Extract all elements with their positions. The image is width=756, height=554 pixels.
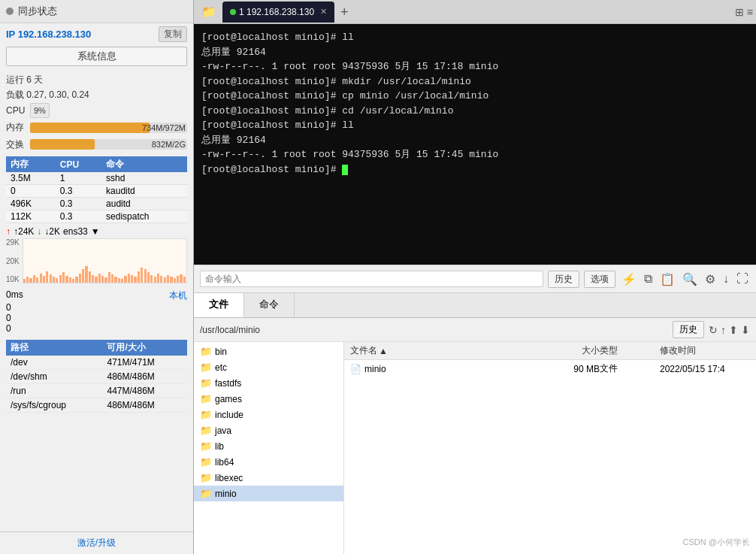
- list-item[interactable]: 📁libexec: [194, 470, 343, 486]
- grid-view-icon[interactable]: ⊞: [735, 6, 744, 18]
- terminal-line: [root@localhost minio]# cp minio /usr/lo…: [201, 89, 748, 104]
- net-bar: [144, 269, 147, 283]
- folder-icon: 📁: [200, 377, 212, 389]
- history-button[interactable]: 历史: [548, 271, 579, 288]
- tab-close-icon[interactable]: ✕: [320, 7, 327, 17]
- col-type[interactable]: 类型: [600, 344, 660, 357]
- list-item[interactable]: 📁etc: [194, 359, 343, 375]
- file-type: 文件: [600, 362, 660, 375]
- list-item[interactable]: 📁include: [194, 407, 343, 422]
- disk-path: /sys/fs/cgroup: [6, 398, 102, 413]
- net-bar: [174, 278, 176, 283]
- net-bar: [33, 275, 35, 283]
- swap-val: 832M/2G: [152, 139, 186, 150]
- col-size[interactable]: 大小: [540, 344, 600, 357]
- file-history-button[interactable]: 历史: [673, 321, 704, 338]
- file-icon: 📄: [350, 364, 361, 374]
- net-bar: [104, 277, 107, 283]
- cpu-label: CPU: [6, 103, 27, 118]
- tab-add-button[interactable]: +: [336, 5, 353, 19]
- list-view-icon[interactable]: ≡: [747, 6, 753, 18]
- folder-icon: 📁: [200, 362, 212, 373]
- download-val: ↓2K: [44, 226, 60, 237]
- net-bar: [69, 277, 71, 283]
- ip-address: IP 192.168.238.130: [6, 29, 91, 40]
- sys-info-button[interactable]: 系统信息: [6, 47, 187, 66]
- paste-terminal-icon[interactable]: 📋: [658, 272, 676, 286]
- file-cmd-tabs: 文件 命令: [194, 293, 756, 318]
- fullscreen-terminal-icon[interactable]: ⛶: [735, 272, 750, 286]
- net-bar: [141, 268, 143, 283]
- proc-cpu: 1: [56, 172, 101, 185]
- net-bar: [128, 274, 130, 283]
- search-terminal-icon[interactable]: 🔍: [681, 272, 699, 286]
- folder-icon: 📁: [200, 393, 212, 404]
- disk-avail: 486M/486M: [102, 370, 187, 384]
- cmd-tab[interactable]: 命令: [244, 293, 295, 317]
- up-dir-icon[interactable]: ↑: [721, 324, 726, 336]
- tree-item-label: fastdfs: [215, 378, 241, 389]
- table-row: 00.3kauditd: [6, 185, 187, 198]
- tree-item-label: libexec: [215, 473, 243, 483]
- list-item[interactable]: 📁fastdfs: [194, 375, 343, 391]
- list-item[interactable]: 📁games: [194, 391, 343, 407]
- disk-path: /dev/shm: [6, 370, 102, 384]
- folder-icon[interactable]: 📁: [197, 2, 221, 22]
- net-bar: [167, 275, 169, 283]
- net-bar: [89, 271, 91, 283]
- option-button[interactable]: 选项: [584, 271, 615, 288]
- file-browser-body: 📁bin📁etc📁fastdfs📁games📁include📁java📁lib📁…: [194, 342, 756, 554]
- terminal-output: [root@localhost minio]# ll总用量 92164-rw-r…: [194, 24, 756, 265]
- swap-bar-bg: 832M/2G: [30, 139, 187, 150]
- file-time: 2022/05/15 17:4: [660, 364, 750, 374]
- swap-bar-fill: [30, 139, 95, 150]
- col-name[interactable]: 文件名 ▲: [350, 344, 540, 357]
- copy-terminal-icon[interactable]: ⧉: [643, 272, 654, 286]
- mem-bar-fill: [30, 123, 150, 133]
- proc-cmd: auditd: [101, 198, 187, 210]
- col-time[interactable]: 修改时间: [660, 344, 750, 357]
- terminal-tab[interactable]: 1 192.168.238.130 ✕: [222, 2, 334, 23]
- command-input[interactable]: [200, 271, 543, 287]
- net-bar: [147, 272, 150, 283]
- tab-status-dot: [230, 9, 236, 15]
- activate-button[interactable]: 激活/升级: [0, 531, 193, 554]
- terminal-line: -rw-r--r--. 1 root root 94375936 5月 15 1…: [201, 59, 748, 74]
- list-item[interactable]: 📁bin: [194, 344, 343, 359]
- upload-icon[interactable]: ⬆: [729, 324, 738, 336]
- file-size: 90 MB: [540, 364, 600, 374]
- file-name: minio: [364, 364, 540, 374]
- net-bar: [101, 276, 104, 283]
- proc-col-cpu: CPU: [56, 156, 101, 172]
- settings-terminal-icon[interactable]: ⚙: [703, 272, 717, 286]
- cpu-row: CPU 9%: [6, 103, 187, 119]
- list-item[interactable]: 📁java: [194, 422, 343, 438]
- tree-item-label: minio: [215, 489, 237, 499]
- net-bar: [53, 277, 55, 283]
- list-item[interactable]: 📁lib: [194, 438, 343, 454]
- net-dropdown-icon[interactable]: ▼: [91, 226, 100, 237]
- lightning-icon[interactable]: ⚡: [620, 272, 638, 286]
- download-icon[interactable]: ⬇: [741, 324, 750, 336]
- copy-button[interactable]: 复制: [159, 26, 187, 42]
- list-item[interactable]: 📁minio: [194, 486, 343, 501]
- tree-item-label: include: [215, 410, 243, 420]
- net-iface: ens33: [63, 226, 88, 237]
- folder-icon: 📁: [200, 472, 212, 483]
- swap-label: 交换: [6, 137, 27, 152]
- net-bar: [114, 277, 116, 283]
- folder-icon: 📁: [200, 346, 212, 357]
- file-list: 文件名 ▲ 大小 类型 修改时间 📄minio90 MB文件2022/05/15…: [344, 342, 756, 554]
- proc-cpu: 0.3: [56, 210, 101, 223]
- download-arrow: ↓: [37, 226, 41, 237]
- mem-row: 内存 734M/972M: [6, 120, 187, 135]
- latency-0: 0: [6, 302, 187, 313]
- download-terminal-icon[interactable]: ↓: [721, 272, 730, 286]
- refresh-icon[interactable]: ↻: [709, 324, 718, 336]
- net-bar: [160, 276, 162, 283]
- file-tab[interactable]: 文件: [194, 293, 244, 317]
- proc-cmd: sedispatch: [101, 210, 187, 223]
- table-row[interactable]: 📄minio90 MB文件2022/05/15 17:4: [344, 360, 756, 377]
- list-item[interactable]: 📁lib64: [194, 454, 343, 470]
- net-bar: [43, 276, 45, 283]
